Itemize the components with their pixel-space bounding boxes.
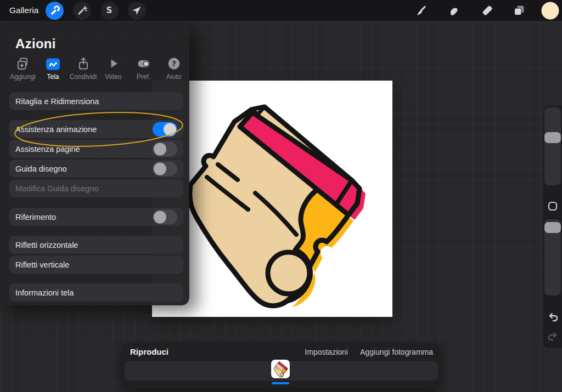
undo-button[interactable] — [543, 311, 562, 323]
play-icon — [98, 56, 128, 71]
menu-item-assistenza-pagine[interactable]: Assistenza pagine — [9, 140, 183, 158]
tab-condividi[interactable]: Condividi — [68, 56, 98, 81]
redo-icon — [547, 330, 559, 343]
undo-icon — [547, 311, 559, 323]
animation-timeline: Riproduci Impostazioni Aggiungi fotogram… — [122, 343, 441, 388]
menu-item-modifica-guida: Modifica Guida disegno — [9, 179, 183, 197]
wrench-icon — [49, 5, 60, 16]
adjustments-wand-button[interactable] — [73, 2, 91, 20]
toggle-guida-disegno[interactable] — [153, 161, 177, 176]
play-button[interactable]: Riproduci — [130, 343, 168, 361]
top-toolbar: Galleria S — [0, 0, 562, 21]
brush-opacity-handle[interactable] — [544, 222, 561, 233]
tab-pref[interactable]: Pref. — [128, 56, 159, 81]
menu-item-guida-disegno[interactable]: Guida disegno — [9, 160, 183, 178]
eraser-tool-button[interactable] — [478, 2, 496, 20]
actions-wrench-button[interactable] — [46, 2, 64, 20]
magic-wand-icon — [76, 4, 88, 16]
add-frame-button[interactable]: Aggiungi fotogramma — [360, 348, 433, 356]
add-canvas-icon — [8, 56, 38, 71]
share-icon — [68, 56, 98, 71]
modify-button[interactable] — [543, 201, 562, 212]
frame-thumbnail[interactable] — [271, 360, 290, 378]
smudge-finger-icon — [447, 4, 460, 17]
arrow-cursor-icon — [131, 4, 143, 16]
toggle-riferimento[interactable] — [153, 209, 177, 224]
brush-size-handle[interactable] — [544, 132, 561, 143]
color-button[interactable] — [541, 2, 559, 20]
menu-item-rifletti-verticale[interactable]: Rifletti verticale — [9, 255, 183, 274]
panel-title: Azioni — [15, 36, 56, 52]
toggle-assistenza-pagine[interactable] — [153, 141, 177, 156]
smudge-tool-button[interactable] — [445, 2, 463, 20]
menu-item-informazioni-tela[interactable]: Informazioni tela — [9, 283, 183, 302]
menu-item-riferimento[interactable]: Riferimento — [9, 208, 183, 226]
eraser-icon — [481, 4, 494, 17]
preferences-toggle-icon — [128, 56, 159, 71]
layers-icon — [513, 4, 526, 17]
toggle-knob — [164, 123, 176, 135]
canvas-icon — [38, 56, 68, 71]
tab-aiuto[interactable]: ? Aiuto — [159, 56, 189, 81]
actions-panel: Azioni Aggiungi — [0, 22, 189, 305]
s-curve-icon: S — [103, 4, 115, 16]
gallery-button[interactable]: Galleria — [9, 0, 38, 21]
sidebar-tools — [543, 106, 562, 348]
layers-button[interactable] — [510, 2, 528, 20]
brush-icon — [414, 4, 428, 17]
toggle-assistenza-animazione[interactable] — [153, 122, 177, 137]
svg-text:?: ? — [172, 59, 176, 68]
menu-item-assistenza-animazione[interactable]: Assistenza animazione — [9, 120, 183, 138]
toggle-knob — [154, 143, 166, 155]
toggle-knob — [154, 211, 166, 223]
tab-aggiungi[interactable]: Aggiungi — [8, 56, 38, 81]
transform-arrow-button[interactable] — [128, 2, 146, 20]
settings-button[interactable]: Impostazioni — [305, 348, 348, 356]
modify-square-icon — [547, 201, 558, 212]
svg-text:S: S — [106, 5, 113, 15]
toggle-knob — [154, 162, 166, 175]
tab-video[interactable]: Video — [98, 56, 128, 81]
frame-thumbnail-art — [271, 360, 290, 378]
menu-item-ritaglia[interactable]: Ritaglia e Ridimensiona — [9, 92, 183, 110]
menu-item-rifletti-orizzontale[interactable]: Rifletti orizzontale — [9, 236, 183, 254]
tab-tela[interactable]: Tela — [38, 56, 68, 81]
procreate-app: Galleria S — [0, 0, 562, 392]
brush-tool-button[interactable] — [412, 2, 430, 20]
help-icon: ? — [159, 56, 189, 71]
selection-s-button[interactable]: S — [100, 2, 119, 20]
actions-tabs: Aggiungi Tela — [8, 56, 189, 82]
color-swatch-icon — [541, 2, 559, 20]
brush-size-slider[interactable] — [544, 107, 561, 185]
active-frame-indicator — [272, 382, 289, 384]
redo-button[interactable] — [543, 330, 562, 343]
